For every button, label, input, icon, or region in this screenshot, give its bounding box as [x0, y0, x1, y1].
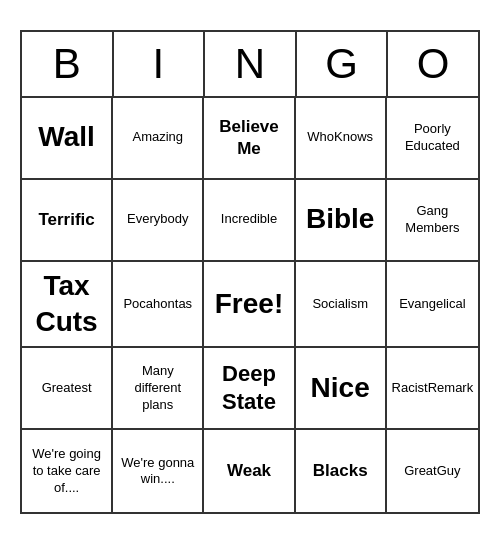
bingo-letter-g: G — [297, 32, 389, 96]
bingo-cell-14: Evangelical — [387, 262, 478, 349]
cell-text-16: Many different plans — [117, 363, 198, 414]
bingo-cell-13: Socialism — [296, 262, 387, 349]
cell-text-3: WhoKnows — [307, 129, 373, 146]
cell-text-5: Terrific — [38, 209, 94, 231]
cell-text-10: Tax Cuts — [26, 268, 107, 341]
bingo-cell-12: Free! — [204, 262, 295, 349]
bingo-card: BINGO WallAmazingBelieve MeWhoKnowsPoorl… — [20, 30, 480, 515]
bingo-cell-6: Everybody — [113, 180, 204, 262]
cell-text-4: Poorly Educated — [391, 121, 474, 155]
cell-text-12: Free! — [215, 286, 283, 322]
cell-text-13: Socialism — [312, 296, 368, 313]
bingo-cell-1: Amazing — [113, 98, 204, 180]
cell-text-0: Wall — [38, 119, 95, 155]
bingo-cell-0: Wall — [22, 98, 113, 180]
cell-text-1: Amazing — [133, 129, 184, 146]
bingo-cell-16: Many different plans — [113, 348, 204, 430]
bingo-cell-17: Deep State — [204, 348, 295, 430]
bingo-cell-8: Bible — [296, 180, 387, 262]
cell-text-7: Incredible — [221, 211, 277, 228]
bingo-cell-3: WhoKnows — [296, 98, 387, 180]
bingo-grid: WallAmazingBelieve MeWhoKnowsPoorly Educ… — [22, 98, 478, 513]
bingo-cell-24: GreatGuy — [387, 430, 478, 512]
cell-text-21: We're gonna win.... — [117, 455, 198, 489]
cell-text-14: Evangelical — [399, 296, 466, 313]
cell-text-24: GreatGuy — [404, 463, 460, 480]
cell-text-2: Believe Me — [208, 116, 289, 160]
bingo-cell-2: Believe Me — [204, 98, 295, 180]
bingo-cell-22: Weak — [204, 430, 295, 512]
bingo-cell-11: Pocahontas — [113, 262, 204, 349]
bingo-cell-7: Incredible — [204, 180, 295, 262]
bingo-cell-23: Blacks — [296, 430, 387, 512]
bingo-cell-21: We're gonna win.... — [113, 430, 204, 512]
bingo-cell-5: Terrific — [22, 180, 113, 262]
bingo-cell-10: Tax Cuts — [22, 262, 113, 349]
cell-text-6: Everybody — [127, 211, 188, 228]
cell-text-9: Gang Members — [391, 203, 474, 237]
bingo-letter-n: N — [205, 32, 297, 96]
cell-text-22: Weak — [227, 460, 271, 482]
bingo-letter-b: B — [22, 32, 114, 96]
bingo-letter-i: I — [114, 32, 206, 96]
cell-text-20: We're going to take care of.... — [26, 446, 107, 497]
bingo-cell-20: We're going to take care of.... — [22, 430, 113, 512]
bingo-cell-15: Greatest — [22, 348, 113, 430]
cell-text-23: Blacks — [313, 460, 368, 482]
bingo-cell-19: RacistRemark — [387, 348, 478, 430]
cell-text-19: RacistRemark — [392, 380, 474, 397]
bingo-header: BINGO — [22, 32, 478, 98]
bingo-cell-4: Poorly Educated — [387, 98, 478, 180]
bingo-letter-o: O — [388, 32, 478, 96]
cell-text-15: Greatest — [42, 380, 92, 397]
cell-text-17: Deep State — [208, 360, 289, 417]
cell-text-11: Pocahontas — [123, 296, 192, 313]
cell-text-18: Nice — [311, 370, 370, 406]
bingo-cell-9: Gang Members — [387, 180, 478, 262]
cell-text-8: Bible — [306, 201, 374, 237]
bingo-cell-18: Nice — [296, 348, 387, 430]
